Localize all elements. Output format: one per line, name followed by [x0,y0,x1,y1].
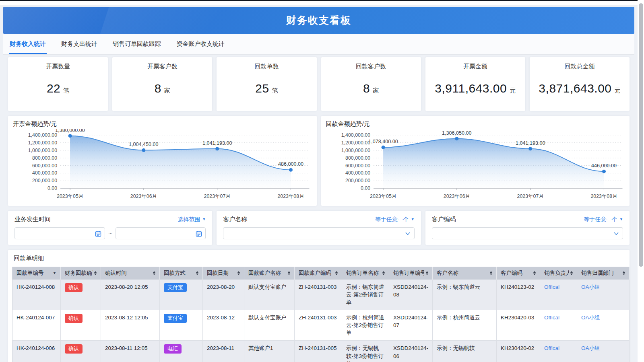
sort-icon[interactable] [335,271,338,275]
column-header-sales_dept[interactable]: 销售归属部门 [577,267,630,280]
filter-operator-customer-code[interactable]: 等于任意一个 ▼ [584,216,623,223]
column-label: 财务回款确认 [65,269,93,277]
chevron-down-icon[interactable] [614,232,619,235]
column-header-sales_person[interactable]: 销售负责人 [540,267,577,280]
kpi-label: 开票金额 [425,57,525,70]
cell-method: 电汇 [160,341,203,362]
cell-sales_person: Offical [540,310,577,340]
cell-code: HK-240124-006 [12,341,61,362]
y-tick-label: 1,200,000.00 [28,140,58,146]
sales_person-link[interactable]: Offical [544,284,559,290]
column-header-date[interactable]: 回款日期 [203,267,244,280]
column-label: 回款账户名称 [248,269,281,277]
cell-account_name: 默认支付宝账户 [244,310,295,340]
kpi-card-1: 开票数量22笔 [8,57,108,111]
kpi-unit: 家 [373,87,379,94]
sales_dept-link[interactable]: OA小组 [581,284,600,290]
calendar-icon[interactable] [95,230,101,237]
kpi-unit: 笔 [63,87,69,94]
confirm-badge: 确认 [65,344,83,354]
sort-icon[interactable] [382,271,385,275]
y-tick-label: 1,200,000.00 [341,140,370,146]
sort-icon[interactable] [237,271,240,275]
filter-operator-customer-name[interactable]: 等于任意一个 ▼ [375,216,415,223]
sales_person-link[interactable]: Offical [544,315,559,321]
customer-name-input[interactable] [223,228,414,239]
cell-confirm_time: 2023-08-11 12:05 [101,341,160,362]
cell-order_name: 示例：杭州简道云-第2份销售订单 [342,310,389,340]
page-scrollbar[interactable] [638,0,644,362]
cell-sales_dept: OA小组 [577,280,630,310]
kpi-value-wrap: 3,871,643.00元 [530,82,630,95]
sales_dept-link[interactable]: OA小组 [581,315,600,321]
column-header-account_code[interactable]: 回款账户编码 [295,267,342,280]
column-label: 销售订单编号 [393,269,424,277]
repayment-table: 回款单编号▼财务回款确认确认时间回款方式回款日期回款账户名称回款账户编码销售订单… [12,267,630,362]
kpi-value-wrap: 22笔 [8,82,108,95]
sort-icon[interactable] [623,271,625,275]
y-tick-label: 1,000,000.00 [28,148,58,153]
column-label: 确认时间 [105,269,127,277]
column-header-order_name[interactable]: 销售订单名称 [342,267,389,280]
payment-method-badge: 电汇 [164,344,182,354]
sort-icon[interactable] [94,271,97,275]
cell-account_name: 默认支付宝账户 [244,280,295,310]
data-label: 1,041,193.00 [515,140,545,146]
table-row: HK-240124-007确认2023-08-12 12:05支付宝2023-0… [12,310,630,340]
column-header-code[interactable]: 回款单编号▼ [12,267,61,280]
column-header-customer_name[interactable]: 客户名称 [433,267,497,280]
y-tick-label: 800,000.00 [345,155,370,161]
data-point [602,170,605,173]
column-header-account_name[interactable]: 回款账户名称 [244,267,295,280]
cell-code: HK-240124-008 [12,280,61,310]
column-header-method[interactable]: 回款方式 [160,267,203,280]
scrollbar-thumb[interactable] [639,3,643,267]
column-header-confirm[interactable]: 财务回款确认 [61,267,101,280]
customer-code-input[interactable] [432,228,623,239]
kpi-unit: 家 [164,87,170,94]
sort-icon[interactable] [570,271,573,275]
filter-label-time: 业务发生时间 [14,216,51,223]
kpi-value: 8 [363,82,370,95]
date-start-input[interactable] [15,228,105,239]
table-row: HK-240124-006确认2023-08-11 12:05电汇2023-08… [12,341,630,362]
dashboard-banner: 财务收支看板 [3,7,634,34]
column-header-confirm_time[interactable]: 确认时间 [101,267,160,280]
tab-3[interactable]: 销售订单回款跟踪 [112,34,162,54]
sort-icon[interactable] [196,271,198,275]
filter-label-customer-code: 客户编码 [432,216,456,223]
sort-icon[interactable] [533,271,536,275]
sort-icon[interactable] [426,271,428,275]
date-end-input[interactable] [116,228,206,239]
column-header-order_code[interactable]: 销售订单编号 [389,267,433,280]
sort-icon[interactable] [153,271,155,275]
filter-operator-time[interactable]: 选择范围 ▼ [178,216,206,223]
cell-sales_dept: OA小组 [577,310,630,340]
chevron-down-icon[interactable] [405,232,410,235]
cell-order_code: XSDD240124-08 [389,280,433,310]
y-tick-label: 600,000.00 [345,163,370,169]
page-title: 财务收支看板 [3,7,634,34]
y-tick-label: 1,000,000.00 [341,148,370,153]
y-tick-label: 400,000.00 [345,171,370,176]
y-tick-label: 200,000.00 [32,178,57,183]
column-label: 销售归属部门 [581,269,614,277]
x-tick-label: 2023年05月 [57,193,83,199]
cell-confirm: 确认 [61,280,101,310]
sort-icon[interactable] [490,271,492,275]
sales_person-link[interactable]: Offical [544,345,559,351]
cell-date: 2023-08-12 [203,310,244,340]
kpi-value: 3,871,643.00 [539,82,611,95]
sales_dept-link[interactable]: OA小组 [581,345,600,351]
filter-card-customer-code: 客户编码 等于任意一个 ▼ [425,211,630,245]
payment-method-badge: 支付宝 [164,314,187,323]
kpi-unit: 元 [615,87,621,94]
sort-icon[interactable] [288,271,290,275]
tab-1[interactable]: 财务收入统计 [9,34,47,54]
column-header-customer_code[interactable]: 客户编码 [497,267,540,280]
customer-name-select [223,227,414,239]
calendar-icon[interactable] [196,230,202,237]
filter-caret-icon[interactable]: ▼ [53,272,56,275]
tab-2[interactable]: 财务支出统计 [60,34,98,54]
tab-4[interactable]: 资金账户收支统计 [175,34,225,54]
